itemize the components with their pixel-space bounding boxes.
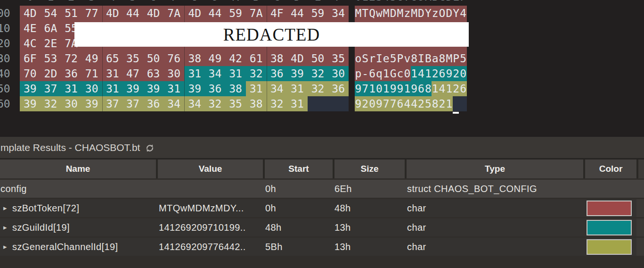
- ascii-char[interactable]: Q: [369, 6, 376, 21]
- refresh-icon[interactable]: [145, 143, 155, 153]
- ascii-char[interactable]: 4: [418, 66, 425, 81]
- hex-byte[interactable]: 39: [20, 96, 41, 111]
- ascii-char[interactable]: 1: [432, 81, 439, 96]
- hex-byte[interactable]: 4F: [267, 6, 287, 21]
- hex-byte[interactable]: 31: [225, 66, 246, 81]
- table-row[interactable]: config0h6Ehstruct CHAOS_BOT_CONFIG: [0, 180, 644, 198]
- hex-byte[interactable]: 31: [163, 81, 184, 96]
- hex-byte[interactable]: 35: [122, 51, 143, 66]
- ascii-char[interactable]: 5: [460, 51, 467, 66]
- ascii-char[interactable]: 0: [404, 66, 411, 81]
- hex-byte[interactable]: 37: [41, 81, 61, 96]
- hex-byte[interactable]: 6A: [41, 21, 61, 36]
- ascii-char[interactable]: 8: [439, 51, 446, 66]
- ascii-char[interactable]: 2: [432, 66, 439, 81]
- ascii-char[interactable]: q: [376, 66, 383, 81]
- hex-byte[interactable]: 37: [122, 96, 143, 111]
- ascii-char[interactable]: 6: [460, 81, 467, 96]
- hex-byte[interactable]: 39: [82, 96, 102, 111]
- hex-byte[interactable]: 51: [61, 6, 82, 21]
- ascii-char[interactable]: 9: [355, 81, 362, 96]
- ascii-char[interactable]: 2: [362, 96, 369, 111]
- hex-byte[interactable]: 36: [61, 66, 82, 81]
- column-header-name[interactable]: Name: [0, 159, 156, 178]
- hex-byte[interactable]: 31: [287, 96, 308, 111]
- hex-byte[interactable]: 38: [225, 81, 246, 96]
- ascii-char[interactable]: [460, 96, 467, 111]
- hex-byte[interactable]: [308, 96, 328, 111]
- hex-byte[interactable]: 35: [328, 51, 349, 66]
- ascii-char[interactable]: 9: [446, 66, 453, 81]
- ascii-char[interactable]: T: [362, 6, 369, 21]
- ascii-char[interactable]: 1: [446, 81, 453, 96]
- hex-byte[interactable]: 76: [163, 51, 184, 66]
- ascii-char[interactable]: 7: [362, 81, 369, 96]
- ascii-char[interactable]: B: [424, 51, 432, 66]
- hex-byte[interactable]: 34: [328, 6, 349, 21]
- ascii-char[interactable]: D: [418, 6, 425, 21]
- hex-byte[interactable]: 31: [184, 66, 205, 81]
- hex-byte[interactable]: 4C: [20, 36, 41, 51]
- hex-byte[interactable]: 61: [246, 51, 267, 66]
- hex-byte[interactable]: 36: [205, 81, 226, 96]
- ascii-char[interactable]: 9: [355, 96, 362, 111]
- ascii-char[interactable]: 8: [432, 96, 439, 111]
- hex-byte[interactable]: 4D: [20, 6, 41, 21]
- ascii-char[interactable]: 6: [369, 66, 376, 81]
- hex-byte[interactable]: 42: [225, 51, 246, 66]
- ascii-char[interactable]: 4: [460, 6, 467, 21]
- ascii-char[interactable]: I: [376, 51, 383, 66]
- hex-byte[interactable]: 34: [205, 66, 226, 81]
- hex-byte[interactable]: 39: [20, 81, 41, 96]
- hex-byte[interactable]: 38: [246, 96, 267, 111]
- hex-byte[interactable]: 4D: [287, 51, 308, 66]
- hex-byte[interactable]: 7A: [246, 6, 267, 21]
- hex-byte[interactable]: 7A: [163, 6, 184, 21]
- table-row[interactable]: ▸szGeneralChannelId[19]141269209776442..…: [0, 238, 644, 256]
- ascii-char[interactable]: M: [397, 6, 404, 21]
- hex-byte[interactable]: 2E: [41, 36, 61, 51]
- ascii-char[interactable]: I: [418, 51, 425, 66]
- expand-arrow-icon[interactable]: ▸: [3, 238, 7, 256]
- hex-byte[interactable]: 30: [82, 81, 102, 96]
- ascii-char[interactable]: 7: [383, 96, 390, 111]
- column-header-size[interactable]: Size: [333, 159, 405, 178]
- ascii-char[interactable]: z: [404, 6, 411, 21]
- ascii-char[interactable]: 9: [390, 81, 397, 96]
- ascii-char[interactable]: o: [355, 51, 362, 66]
- ascii-char[interactable]: c: [397, 66, 404, 81]
- hex-byte[interactable]: 39: [184, 81, 205, 96]
- hex-byte[interactable]: 39: [143, 81, 164, 96]
- hex-byte[interactable]: 32: [41, 96, 61, 111]
- hex-byte[interactable]: 4D: [184, 6, 205, 21]
- hex-byte[interactable]: 70: [20, 66, 41, 81]
- ascii-char[interactable]: v: [404, 51, 411, 66]
- hex-byte[interactable]: 47: [122, 66, 143, 81]
- ascii-char[interactable]: [453, 96, 460, 111]
- ascii-char[interactable]: 4: [411, 96, 418, 111]
- ascii-char[interactable]: 2: [453, 66, 460, 81]
- ascii-char[interactable]: 5: [390, 51, 397, 66]
- ascii-char[interactable]: 0: [369, 96, 376, 111]
- ascii-char[interactable]: 2: [418, 96, 425, 111]
- ascii-char[interactable]: M: [411, 6, 418, 21]
- hex-byte[interactable]: 34: [267, 81, 287, 96]
- hex-byte[interactable]: 39: [122, 81, 143, 96]
- ascii-char[interactable]: 8: [424, 81, 432, 96]
- ascii-char[interactable]: z: [432, 6, 439, 21]
- hex-byte[interactable]: 6F: [20, 51, 41, 66]
- hex-byte[interactable]: 34: [184, 96, 205, 111]
- hex-byte[interactable]: 44: [122, 6, 143, 21]
- hex-byte[interactable]: 31: [61, 81, 82, 96]
- hex-byte[interactable]: 32: [308, 81, 328, 96]
- ascii-char[interactable]: 4: [404, 96, 411, 111]
- ascii-char[interactable]: 9: [397, 81, 404, 96]
- ascii-char[interactable]: 1: [404, 81, 411, 96]
- ascii-char[interactable]: 2: [453, 81, 460, 96]
- table-row[interactable]: ▸szGuildId[19]141269209710199..48h13hcha…: [0, 218, 644, 236]
- hex-byte[interactable]: 49: [205, 51, 226, 66]
- hex-byte[interactable]: 30: [163, 66, 184, 81]
- hex-byte[interactable]: 36: [328, 81, 349, 96]
- hex-byte[interactable]: 77: [82, 6, 102, 21]
- color-swatch[interactable]: [587, 201, 632, 216]
